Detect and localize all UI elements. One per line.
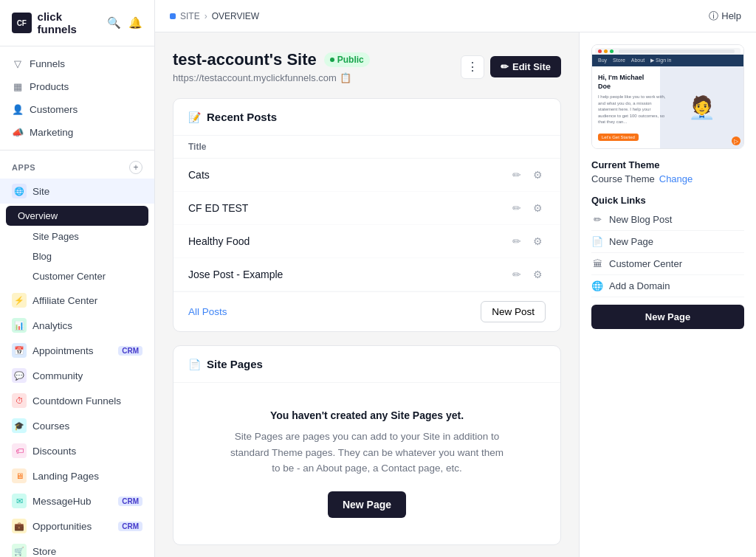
theme-preview: Buy Store About ▶ Sign in 🧑‍💼 Hi, I'm Mi… [591, 44, 744, 149]
app-label: Community [32, 370, 83, 381]
settings-post-button[interactable]: ⚙ [530, 234, 546, 249]
new-page-right-button[interactable]: New Page [591, 305, 744, 329]
site-title-row: test-account's Site Public [173, 50, 370, 69]
quick-link-new-page[interactable]: 📄 New Page [591, 231, 744, 253]
sidebar-item-messagehub[interactable]: ✉ MessageHub CRM [0, 488, 154, 513]
sidebar-item-appointments[interactable]: 📅 Appointments CRM [0, 338, 154, 363]
discounts-icon: 🏷 [12, 443, 27, 458]
recent-posts-header: 📝 Recent Posts [173, 99, 560, 136]
site-pages-empty-state: You haven't created any Site Pages yet. … [173, 383, 560, 544]
new-post-button[interactable]: New Post [481, 301, 546, 322]
sidebar-item-store[interactable]: 🛒 Store [0, 539, 154, 557]
edit-site-button[interactable]: ✏ Edit Site [490, 56, 561, 77]
edit-post-button[interactable]: ✏ [509, 201, 524, 215]
settings-post-button[interactable]: ⚙ [530, 267, 546, 282]
post-title: Jose Post - Example [188, 269, 283, 280]
change-theme-link[interactable]: Change [659, 173, 693, 184]
quick-link-label: New Page [609, 236, 653, 247]
sidebar-item-affiliate-center[interactable]: ⚡ Affiliate Center [0, 288, 154, 313]
current-theme-section: Current Theme Course Theme Change [591, 159, 744, 184]
crm-badge: CRM [118, 497, 142, 506]
courses-icon: 🎓 [12, 418, 27, 433]
posts-icon: 📝 [188, 111, 201, 123]
edit-post-button[interactable]: ✏ [509, 167, 524, 182]
table-row: CF ED TEST ✏ ⚙ [173, 192, 560, 225]
landing-pages-icon: 🖥 [12, 468, 27, 483]
table-row: Healthy Food ✏ ⚙ [173, 225, 560, 258]
sidebar-item-label: Customers [30, 104, 78, 115]
row-actions: ✏ ⚙ [509, 167, 546, 182]
main-area: SITE › OVERVIEW ⓘ Help test-account's Si… [155, 0, 756, 557]
sidebar-item-countdown-funnels[interactable]: ⏱ Countdown Funnels [0, 388, 154, 413]
products-icon: ▦ [12, 81, 24, 92]
pages-icon: 📄 [188, 359, 201, 370]
crm-badge: CRM [118, 346, 142, 356]
opportunities-icon: 💼 [12, 519, 27, 533]
settings-post-button[interactable]: ⚙ [530, 167, 546, 182]
sub-nav-site-pages[interactable]: Site Pages [0, 226, 154, 246]
globe-icon: 🌐 [591, 280, 603, 291]
quick-links-label: Quick Links [591, 195, 744, 206]
sidebar-item-marketing[interactable]: 📣 Marketing [0, 121, 154, 144]
all-posts-link[interactable]: All Posts [188, 306, 227, 317]
sub-nav-overview[interactable]: Overview [6, 206, 148, 226]
app-label: Countdown Funnels [32, 395, 121, 406]
notification-icon[interactable]: 🔔 [128, 16, 142, 30]
app-label: Opportunities [32, 521, 92, 532]
theme-name: Course Theme [591, 173, 655, 184]
post-title: Cats [188, 169, 210, 181]
sidebar-item-products[interactable]: ▦ Products [0, 75, 154, 98]
sub-nav-blog[interactable]: Blog [0, 246, 154, 266]
topbar: SITE › OVERVIEW ⓘ Help [155, 0, 756, 32]
community-icon: 💬 [12, 368, 27, 383]
analytics-icon: 📊 [12, 318, 27, 333]
app-label: Courses [32, 421, 69, 432]
breadcrumb-separator: › [205, 11, 207, 21]
app-label: Site [32, 186, 49, 197]
breadcrumb-site: SITE [180, 11, 200, 21]
posts-table-header: Title [173, 136, 560, 159]
sidebar-item-courses[interactable]: 🎓 Courses [0, 413, 154, 438]
edit-post-button[interactable]: ✏ [509, 234, 524, 249]
sidebar: CF click funnels 🔍 🔔 ▽ Funnels ▦ Product… [0, 0, 155, 557]
app-label: Landing Pages [32, 471, 99, 482]
sidebar-item-analytics[interactable]: 📊 Analytics [0, 313, 154, 338]
search-icon[interactable]: 🔍 [107, 16, 121, 30]
site-icon: 🌐 [12, 184, 27, 198]
copy-icon[interactable]: 📋 [340, 72, 351, 83]
sidebar-item-opportunities[interactable]: 💼 Opportunities CRM [0, 513, 154, 539]
sidebar-item-customers[interactable]: 👤 Customers [0, 98, 154, 121]
table-row: Cats ✏ ⚙ [173, 159, 560, 192]
app-label: MessageHub [32, 496, 92, 507]
right-panel: Buy Store About ▶ Sign in 🧑‍💼 Hi, I'm Mi… [579, 32, 756, 557]
quick-link-customer-center[interactable]: 🏛 Customer Center [591, 253, 744, 275]
breadcrumb-current: OVERVIEW [212, 11, 259, 21]
more-options-button[interactable]: ⋮ [461, 55, 484, 79]
sidebar-item-community[interactable]: 💬 Community [0, 363, 154, 388]
current-theme-label: Current Theme [591, 159, 744, 170]
breadcrumb: SITE › OVERVIEW [170, 11, 259, 21]
logo-icon: CF [12, 13, 32, 33]
post-title: CF ED TEST [188, 202, 248, 214]
quick-link-new-blog-post[interactable]: ✏ New Blog Post [591, 209, 744, 231]
top-nav: ▽ Funnels ▦ Products 👤 Customers 📣 Marke… [0, 46, 154, 151]
site-title: test-account's Site [173, 50, 317, 69]
sidebar-item-discounts[interactable]: 🏷 Discounts [0, 438, 154, 463]
new-page-button[interactable]: New Page [328, 491, 406, 518]
site-url: https://testaccount.myclickfunnels.com 📋 [173, 72, 370, 83]
sub-nav-customer-center[interactable]: Customer Center [0, 266, 154, 286]
help-button[interactable]: ⓘ Help [709, 10, 741, 23]
posts-card-footer: All Posts New Post [173, 291, 560, 331]
row-actions: ✏ ⚙ [509, 234, 546, 249]
store-icon: 🛒 [12, 544, 27, 557]
app-label: Store [32, 546, 56, 557]
quick-link-add-domain[interactable]: 🌐 Add a Domain [591, 275, 744, 297]
sidebar-item-landing-pages[interactable]: 🖥 Landing Pages [0, 463, 154, 488]
sidebar-item-funnels[interactable]: ▽ Funnels [0, 52, 154, 75]
crm-badge: CRM [118, 522, 142, 531]
edit-post-button[interactable]: ✏ [509, 267, 524, 282]
recent-posts-card: 📝 Recent Posts Title Cats ✏ ⚙ CF ED TEST [173, 98, 561, 332]
sidebar-item-site[interactable]: 🌐 Site [0, 179, 154, 204]
add-app-button[interactable]: + [129, 161, 142, 174]
settings-post-button[interactable]: ⚙ [530, 201, 546, 215]
